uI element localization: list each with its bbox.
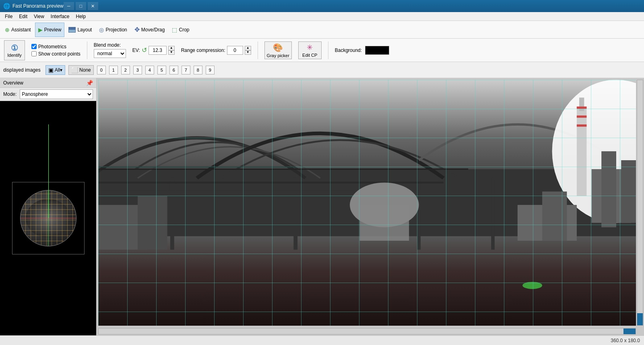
gray-picker-button[interactable]: 🎨 Gray picker: [264, 41, 292, 59]
background-label: Background:: [335, 48, 362, 53]
none-icon: ⬜: [71, 67, 78, 73]
displayed-images-label: displayed images: [3, 67, 41, 73]
dimensions-text: 360.0 x 180.0: [611, 338, 640, 343]
menu-interface[interactable]: Interface: [47, 12, 73, 21]
assistant-button[interactable]: ⊕ Assistant: [2, 23, 34, 37]
img-num-6[interactable]: 6: [169, 66, 178, 74]
photometrics-checkbox[interactable]: [31, 44, 37, 49]
background-swatch[interactable]: [365, 46, 389, 55]
overview-header: Overview 📌: [0, 78, 96, 88]
mode-select[interactable]: Panosphere Panorama Mosaic: [20, 89, 93, 99]
overview-canvas: [0, 101, 96, 335]
range-spinner: ▲ ▼: [245, 46, 251, 55]
ev-spinner: ▲ ▼: [168, 46, 175, 55]
titlebar: 🌐 Fast Panorama preview ─ □ ✕: [0, 0, 644, 12]
ev-spin-down[interactable]: ▼: [168, 50, 175, 55]
statusbar: 360.0 x 180.0: [0, 335, 644, 345]
preview-area: [97, 78, 644, 335]
gray-picker-label: Gray picker: [267, 53, 289, 58]
img-num-2[interactable]: 2: [121, 66, 130, 74]
filter-none-label: None: [79, 67, 91, 73]
crop-label: Crop: [179, 27, 189, 33]
preview-button[interactable]: ▶ Preview: [35, 23, 65, 37]
layout-label: Layout: [77, 27, 92, 33]
blend-mode-label: Blend mode:: [94, 42, 126, 48]
img-num-0[interactable]: 0: [97, 66, 106, 74]
filter-none-button[interactable]: ⬜ None: [68, 65, 94, 75]
toolbar: ⊕ Assistant ▶ Preview Layout ◎ Projectio…: [0, 21, 644, 39]
title-text: Fast Panorama preview: [12, 3, 64, 9]
img-num-1[interactable]: 1: [109, 66, 118, 74]
menu-help[interactable]: Help: [73, 12, 89, 21]
layout-icon: [68, 27, 76, 33]
range-spin-down[interactable]: ▼: [245, 50, 251, 55]
pin-icon[interactable]: 📌: [86, 80, 93, 86]
ev-spin-up[interactable]: ▲: [168, 46, 175, 50]
menu-edit[interactable]: Edit: [16, 12, 31, 21]
blend-mode-group: Blend mode: normal average brightest dar…: [94, 42, 126, 58]
identify-icon: ①: [11, 43, 18, 53]
range-compression-group: Range compression: ▲ ▼: [181, 46, 251, 55]
options-separator-2: [258, 41, 258, 59]
edit-cp-label: Edit CP: [302, 53, 317, 58]
panorama-view[interactable]: [98, 80, 636, 326]
options-separator-1: [87, 41, 87, 59]
photometrics-label: Photometrics: [38, 44, 66, 50]
menu-file[interactable]: File: [2, 12, 16, 21]
move-drag-label: Move/Drag: [141, 27, 165, 33]
close-button[interactable]: ✕: [88, 2, 98, 10]
images-row: displayed images ▣ All▾ ⬜ None 0 1 2 3 4…: [0, 62, 644, 78]
all-icon: ▣: [48, 67, 54, 73]
photometrics-checkbox-row[interactable]: Photometrics: [31, 44, 80, 50]
ev-label: EV:: [132, 48, 140, 53]
img-num-8[interactable]: 8: [194, 66, 202, 74]
ev-refresh-icon[interactable]: ↺: [142, 46, 147, 54]
img-num-9[interactable]: 9: [206, 66, 215, 74]
restore-button[interactable]: □: [76, 2, 86, 10]
options-separator-3: [328, 41, 328, 59]
crop-icon: ⬚: [172, 27, 177, 33]
options-panel: ① Identify Photometrics Show control poi…: [0, 39, 644, 62]
layout-button[interactable]: Layout: [65, 23, 95, 37]
identify-button[interactable]: ① Identify: [4, 40, 25, 60]
main-area: Overview 📌 Mode: Panosphere Panorama Mos…: [0, 78, 644, 335]
img-num-3[interactable]: 3: [133, 66, 142, 74]
move-drag-button[interactable]: ✥ Move/Drag: [131, 23, 168, 37]
overview-title: Overview: [3, 80, 23, 86]
edit-cp-icon: ✳: [307, 43, 313, 52]
filter-all-label: All▾: [55, 67, 62, 73]
horizontal-scrollbar[interactable]: [98, 328, 636, 335]
show-control-points-checkbox-row[interactable]: Show control points: [31, 51, 80, 57]
crop-button[interactable]: ⬚ Crop: [169, 23, 192, 37]
show-control-points-label: Show control points: [38, 51, 80, 57]
preview-icon: ▶: [38, 27, 43, 33]
blend-mode-select[interactable]: normal average brightest darkest: [94, 49, 126, 58]
checkboxes-group: Photometrics Show control points: [31, 44, 80, 57]
projection-label: Projection: [105, 27, 127, 33]
ev-input[interactable]: [149, 46, 167, 55]
img-num-5[interactable]: 5: [157, 66, 166, 74]
edit-cp-button[interactable]: ✳ Edit CP: [298, 41, 322, 59]
ev-group: EV: ↺ ▲ ▼: [132, 46, 175, 55]
background-group: Background:: [335, 46, 389, 55]
img-num-4[interactable]: 4: [145, 66, 154, 74]
projection-icon: ◎: [99, 27, 104, 33]
range-compression-label: Range compression:: [181, 48, 225, 53]
app-icon: 🌐: [3, 3, 10, 9]
mode-row: Mode: Panosphere Panorama Mosaic: [0, 88, 96, 101]
minimize-button[interactable]: ─: [64, 2, 74, 10]
projection-button[interactable]: ◎ Projection: [96, 23, 130, 37]
menubar: File Edit View Interface Help: [0, 12, 644, 21]
vertical-scrollbar-thumb[interactable]: [637, 313, 643, 325]
move-drag-icon: ✥: [134, 26, 140, 33]
img-num-7[interactable]: 7: [182, 66, 190, 74]
window-controls: ─ □ ✕: [64, 2, 98, 10]
horizontal-scrollbar-thumb[interactable]: [623, 328, 636, 334]
range-spin-up[interactable]: ▲: [245, 46, 251, 50]
show-control-points-checkbox[interactable]: [31, 51, 37, 56]
range-compression-input[interactable]: [227, 46, 243, 55]
vertical-scrollbar[interactable]: [637, 80, 643, 326]
menu-view[interactable]: View: [31, 12, 47, 21]
filter-all-button[interactable]: ▣ All▾: [45, 65, 65, 75]
preview-label: Preview: [44, 27, 62, 33]
